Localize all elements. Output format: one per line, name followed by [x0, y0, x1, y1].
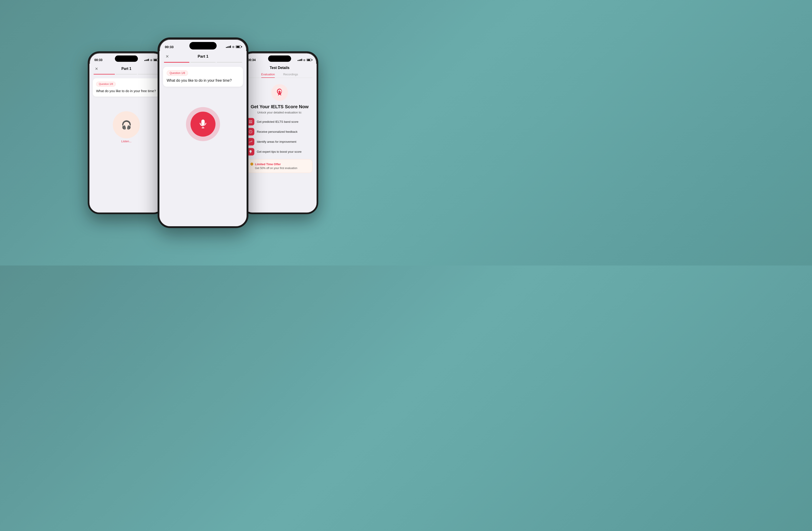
phones-container: 00:33 ⊛ ✕ Part 1 — [78, 38, 328, 228]
phone-left: 00:33 ⊛ ✕ Part 1 — [88, 51, 165, 214]
award-icon — [275, 88, 284, 97]
question-text-left: What do you like to do in your free time… — [96, 89, 157, 93]
test-details-header: Test Details Evaluation Recordings — [243, 64, 317, 80]
progress-left — [89, 74, 163, 76]
tab-evaluation[interactable]: Evaluation — [261, 73, 275, 78]
mic-inner[interactable] — [190, 112, 216, 137]
screen-left: ✕ Part 1 Question 1/8 What do you like t… — [89, 64, 163, 212]
mic-area — [159, 89, 247, 159]
dynamic-island-right — [268, 56, 291, 62]
mic-outer[interactable] — [186, 107, 220, 141]
progress-seg-0 — [93, 74, 115, 75]
dynamic-island-center — [189, 42, 217, 49]
question-badge-center: Question 1/8 — [167, 70, 188, 76]
header-left: ✕ Part 1 — [89, 64, 163, 74]
feature-list: Get predicted IELTS band score Receive p… — [247, 118, 313, 156]
status-icons-center: ⊛ — [226, 45, 241, 48]
feature-text-2: Identify areas for improvement — [257, 140, 296, 144]
award-circle — [271, 84, 288, 101]
header-title-left: Part 1 — [100, 67, 153, 71]
listen-label: Listen... — [121, 140, 131, 143]
progress-seg-1 — [116, 74, 137, 75]
offer-orange-dot — [250, 163, 253, 166]
time-left: 00:33 — [95, 58, 102, 62]
wifi-icon-left: ⊛ — [150, 58, 153, 61]
test-details-title: Test Details — [247, 66, 313, 70]
feature-text-1: Receive personalized feedback — [257, 130, 298, 133]
headphone-icon: 🎧 — [121, 120, 132, 130]
phone-right: 00:34 ⊛ Test Details Evaluation R — [241, 51, 318, 214]
evaluation-content: Get Your IELTS Score Now Unlock your det… — [243, 80, 317, 177]
offer-text: Get 50% off on your first evaluation — [255, 166, 309, 170]
feature-item-1: Receive personalized feedback — [247, 128, 313, 135]
battery-right — [306, 59, 311, 61]
feature-item-2: Identify areas for improvement — [247, 138, 313, 146]
progress-c-seg-0 — [164, 62, 189, 63]
time-right: 00:34 — [248, 58, 256, 62]
status-icons-left: ⊛ — [144, 58, 159, 61]
signal-left — [144, 59, 149, 61]
question-card-center: Question 1/8 What do you like to do in y… — [163, 67, 243, 87]
header-center: ✕ Part 1 — [159, 51, 247, 62]
listen-circle[interactable]: 🎧 — [113, 112, 140, 139]
close-btn-center[interactable]: ✕ — [164, 53, 170, 60]
question-badge-left: Question 1/8 — [96, 82, 116, 87]
battery-center — [236, 45, 241, 48]
tab-recordings[interactable]: Recordings — [283, 73, 298, 78]
status-icons-right: ⊛ — [298, 58, 312, 61]
dynamic-island-left — [115, 56, 138, 62]
score-title: Get Your IELTS Score Now — [251, 104, 308, 109]
time-center: 00:33 — [165, 45, 173, 49]
phone-center: 00:33 ⊛ ✕ Part 1 — [158, 38, 248, 228]
wifi-icon-center: ⊛ — [232, 45, 235, 48]
progress-center — [159, 62, 247, 64]
feature-text-3: Get expert tips to boost your score — [257, 150, 302, 153]
close-btn-left[interactable]: ✕ — [93, 66, 100, 72]
offer-header: Limited Time Offer — [250, 162, 309, 166]
feature-item-0: Get predicted IELTS band score — [247, 118, 313, 126]
progress-c-seg-1 — [190, 62, 216, 63]
screen-right: Test Details Evaluation Recordings Get Y… — [243, 64, 317, 212]
screen-center: ✕ Part 1 Question 1/8 What do you like t… — [159, 51, 247, 226]
feature-item-3: Get expert tips to boost your score — [247, 148, 313, 156]
unlock-subtitle: Unlock your detailed evaluation to: — [257, 111, 302, 114]
mic-icon — [198, 119, 208, 129]
progress-seg-2 — [138, 74, 159, 75]
listen-area: 🎧 Listen... — [89, 99, 163, 156]
signal-right — [298, 59, 302, 61]
progress-c-seg-2 — [217, 62, 242, 63]
feature-text-0: Get predicted IELTS band score — [257, 120, 299, 123]
offer-title: Limited Time Offer — [255, 162, 281, 166]
question-text-center: What do you like to do in your free time… — [167, 78, 239, 83]
offer-card: Limited Time Offer Get 50% off on your f… — [247, 159, 313, 173]
wifi-icon-right: ⊛ — [303, 58, 305, 61]
tabs-row: Evaluation Recordings — [247, 73, 313, 78]
signal-center — [226, 46, 231, 48]
question-card-left: Question 1/8 What do you like to do in y… — [93, 78, 160, 97]
header-title-center: Part 1 — [170, 54, 236, 59]
